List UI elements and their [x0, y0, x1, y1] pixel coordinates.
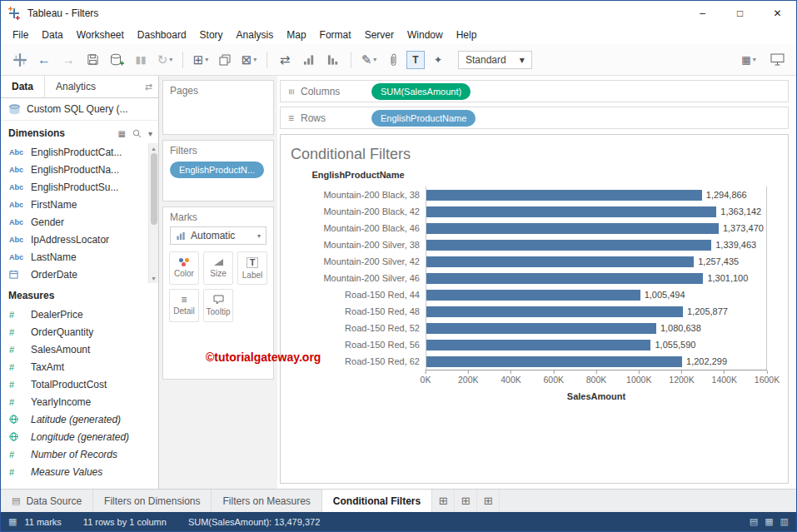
bar-mark[interactable] — [426, 323, 656, 334]
add-datasource-button[interactable] — [106, 49, 127, 71]
bar-category-label[interactable]: Road-150 Red, 52 — [291, 323, 426, 333]
dimension-field[interactable]: OrderDate — [1, 266, 158, 283]
dimension-field[interactable]: Abc EnglishProductSu... — [1, 178, 158, 196]
scroll-up-icon[interactable]: ▲ — [151, 143, 157, 153]
measure-field[interactable]: Latitude (generated) — [1, 410, 158, 428]
bar-category-label[interactable]: Mountain-200 Black, 46 — [291, 223, 426, 233]
measure-field[interactable]: # OrderQuantity — [1, 323, 158, 341]
fit-mode-select[interactable]: Standard ▾ — [458, 51, 532, 69]
bar-mark[interactable] — [426, 206, 716, 217]
menu-worksheet[interactable]: Worksheet — [70, 29, 131, 41]
measure-field[interactable]: # DealerPrice — [1, 306, 158, 323]
x-axis-title[interactable]: SalesAmount — [426, 391, 767, 401]
swap-axes-button[interactable]: ⇄ — [274, 49, 296, 71]
bar-mark[interactable] — [426, 223, 719, 234]
sort-descending-button[interactable] — [322, 49, 344, 71]
bar-mark[interactable] — [426, 306, 683, 317]
redo-button[interactable]: → — [57, 49, 79, 71]
tab-data-source[interactable]: ▤ Data Source — [1, 490, 93, 512]
menu-help[interactable]: Help — [450, 29, 484, 41]
tab-conditional-filters[interactable]: Conditional Filters — [322, 490, 432, 512]
new-dashboard-tab-button[interactable]: ⊞ — [455, 490, 477, 512]
pause-updates-button[interactable]: ▮▮ — [130, 49, 152, 71]
duplicate-sheet-button[interactable] — [214, 49, 236, 71]
dimension-field[interactable]: Abc EnglishProductCat... — [1, 143, 158, 161]
pages-card[interactable]: Pages — [162, 80, 274, 135]
measure-field[interactable]: # Number of Records — [1, 445, 158, 463]
bar-category-label[interactable]: Mountain-200 Silver, 42 — [291, 256, 426, 266]
tab-filters-on-measures[interactable]: Filters on Measures — [212, 490, 321, 512]
dimension-field[interactable]: Abc Gender — [1, 213, 158, 231]
menu-map[interactable]: Map — [280, 29, 312, 41]
menu-window[interactable]: Window — [401, 29, 450, 41]
presentation-mode-button[interactable] — [766, 49, 788, 71]
show-mark-labels-button[interactable]: T — [406, 51, 425, 69]
mark-type-select[interactable]: Automatic ▾ — [170, 226, 266, 245]
datasource-item[interactable]: Custom SQL Query (... — [1, 98, 158, 121]
search-icon[interactable] — [132, 129, 142, 138]
tab-data[interactable]: Data — [1, 76, 44, 97]
bar-category-label[interactable]: Mountain-200 Black, 42 — [291, 206, 426, 216]
bar-category-label[interactable]: Road-150 Red, 48 — [291, 306, 426, 316]
save-button[interactable] — [82, 49, 103, 71]
columns-pill-sum-salesamount[interactable]: SUM(SalesAmount) — [371, 83, 471, 100]
scroll-down-icon[interactable]: ▼ — [151, 273, 157, 283]
chevron-down-icon[interactable]: ▾ — [148, 129, 152, 138]
menu-analysis[interactable]: Analysis — [230, 29, 281, 41]
bar-mark[interactable] — [426, 290, 640, 301]
menu-dashboard[interactable]: Dashboard — [131, 29, 193, 41]
bar-mark[interactable] — [426, 273, 703, 284]
show-filmstrip-icon[interactable]: ▦ — [765, 516, 773, 527]
dimension-field[interactable]: Abc EnglishProductNa... — [1, 161, 158, 178]
bar-mark[interactable] — [426, 190, 702, 201]
dimension-field[interactable]: Abc IpAddressLocator — [1, 231, 158, 248]
view-data-grid-icon[interactable]: ▦ — [118, 129, 126, 138]
rows-pill-englishproductname[interactable]: EnglishProductName — [371, 110, 476, 127]
dimension-field[interactable]: Abc LastName — [1, 248, 158, 266]
bar-mark[interactable] — [426, 240, 711, 251]
filters-card[interactable]: Filters EnglishProductN... — [162, 140, 274, 201]
pane-toggle-icon[interactable]: ⇄ — [145, 82, 158, 92]
bar-mark[interactable] — [426, 356, 682, 367]
new-worksheet-button[interactable]: ⊞ ▾ — [190, 49, 212, 71]
refresh-button[interactable]: ↻ ▾ — [154, 49, 176, 71]
close-button[interactable]: ✕ — [759, 1, 796, 26]
filter-pill-englishproductname[interactable]: EnglishProductN... — [170, 162, 264, 178]
format-wand-button[interactable]: ✦ — [427, 49, 449, 71]
row-field-header[interactable]: EnglishProductName — [291, 170, 426, 180]
rows-shelf[interactable]: ≡ Rows EnglishProductName — [280, 107, 789, 129]
show-sheet-sorter-icon[interactable]: ▥ — [780, 516, 789, 527]
tab-analytics[interactable]: Analytics — [44, 76, 107, 97]
menu-file[interactable]: File — [6, 29, 35, 41]
scroll-thumb[interactable] — [151, 153, 157, 225]
menu-data[interactable]: Data — [35, 29, 69, 41]
menu-story[interactable]: Story — [193, 29, 230, 41]
bar-category-label[interactable]: Road-150 Red, 44 — [291, 290, 426, 300]
bar-category-label[interactable]: Mountain-200 Silver, 46 — [291, 273, 426, 283]
show-tabs-icon[interactable]: ▤ — [750, 516, 758, 527]
highlight-button[interactable]: ✎ ▾ — [358, 49, 380, 71]
columns-shelf[interactable]: ≡ Columns SUM(SalesAmount) — [280, 80, 789, 102]
measure-field[interactable]: # Measure Values — [1, 463, 158, 480]
color-button[interactable]: Color — [169, 251, 199, 285]
maximize-button[interactable]: □ — [721, 1, 759, 26]
menu-format[interactable]: Format — [313, 29, 358, 41]
label-button[interactable]: T Label — [237, 251, 267, 285]
toolbar-tableau-logo-icon[interactable] — [9, 49, 31, 71]
measure-field[interactable]: Longitude (generated) — [1, 428, 158, 445]
menu-server[interactable]: Server — [358, 29, 401, 41]
clear-sheet-button[interactable]: ⊠ ▾ — [238, 49, 260, 71]
tooltip-button[interactable]: Tooltip — [203, 289, 233, 322]
bar-category-label[interactable]: Mountain-200 Silver, 38 — [291, 240, 426, 250]
bar-mark[interactable] — [426, 256, 694, 267]
new-story-tab-button[interactable]: ⊞ — [477, 490, 500, 512]
bar-category-label[interactable]: Road-150 Red, 56 — [291, 340, 426, 350]
measure-field[interactable]: # YearlyIncome — [1, 393, 158, 410]
dimension-field[interactable]: Abc FirstName — [1, 196, 158, 213]
measure-field[interactable]: # SalesAmount — [1, 341, 158, 358]
bar-mark[interactable] — [426, 340, 650, 351]
minimize-button[interactable]: – — [684, 1, 721, 26]
paperclip-button[interactable] — [382, 49, 404, 71]
measure-field[interactable]: # TotalProductCost — [1, 375, 158, 393]
tab-filters-on-dimensions[interactable]: Filters on Dimensions — [93, 490, 212, 512]
